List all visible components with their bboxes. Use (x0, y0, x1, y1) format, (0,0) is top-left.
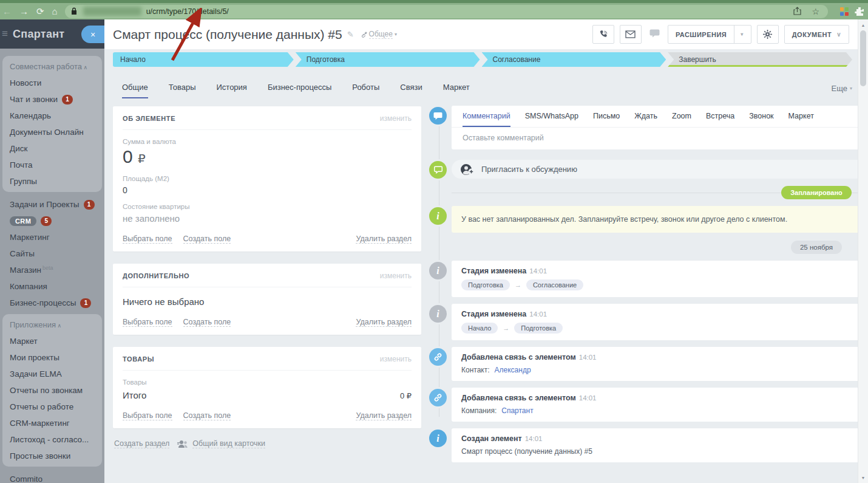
timeline-entry: i Стадия изменена14:01 Подготовка (428, 261, 868, 297)
scroll-up-arrow[interactable]: ▲ (858, 23, 868, 27)
timeline-tab[interactable]: Письмо (593, 112, 620, 127)
tabs-more-button[interactable]: Еще ▾ (832, 84, 852, 98)
share-icon[interactable] (793, 7, 802, 16)
delete-section-link[interactable]: Удалить раздел (356, 235, 412, 244)
delete-section-link[interactable]: Удалить раздел (356, 411, 412, 420)
extensions-button[interactable]: РАСШИРЕНИЯ ▾ (668, 25, 751, 44)
address-bar[interactable]: u/crm/type/170/details/5/ ☆ (65, 5, 828, 18)
sidebar-item[interactable]: Сайты (2, 245, 102, 262)
header-actions: РАСШИРЕНИЯ ▾ ДОКУМЕНТ ∨ (592, 25, 849, 44)
timeline-tab[interactable]: Zoom (672, 112, 691, 127)
sidebar-item[interactable]: Маркет (2, 333, 102, 349)
notification-badge: 1 (80, 298, 91, 308)
sidebar-item[interactable]: Документы Онлайн (2, 124, 102, 140)
sidebar-header: ≡ Спартант × (0, 19, 104, 49)
no-planned-notice: У вас нет запланированных дел. Запланиру… (452, 206, 868, 233)
email-button[interactable] (620, 25, 642, 44)
create-section-link[interactable]: Создать раздел (114, 439, 169, 448)
tab[interactable]: Товары (169, 83, 196, 98)
timeline-tab[interactable]: Ждать (634, 112, 657, 127)
sidebar-item[interactable]: Совместная работа (2, 58, 102, 75)
sidebar-close-button[interactable]: × (81, 26, 104, 43)
entity-link[interactable]: Александр (495, 366, 531, 374)
menu-icon[interactable]: ≡ (2, 28, 8, 40)
sidebar-item[interactable]: Бизнес-процессы 1 (2, 295, 102, 311)
browser-back-icon[interactable]: ← (2, 7, 12, 16)
call-button[interactable] (592, 25, 614, 44)
scope-link[interactable]: Общее ▾ (361, 30, 397, 39)
tab[interactable]: История (216, 83, 246, 98)
create-field-link[interactable]: Создать поле (183, 411, 231, 420)
sidebar-item[interactable]: Приложения (2, 317, 102, 333)
empty-state-text: Ничего не выбрано (123, 296, 412, 307)
select-field-link[interactable]: Выбрать поле (123, 235, 172, 244)
sidebar-item[interactable]: Листоход - согласо... (2, 431, 102, 448)
stage-segment[interactable]: Подготовка (296, 52, 480, 67)
stage-label: Согласование (493, 55, 541, 64)
scrollbar-thumb[interactable] (860, 30, 866, 86)
entry-time: 14:01 (529, 310, 547, 318)
entry-prefix: Контакт: (461, 366, 490, 374)
scroll-down-arrow[interactable]: ▼ (858, 476, 868, 480)
edit-section-link[interactable]: изменить (380, 114, 412, 123)
edit-section-link[interactable]: изменить (380, 272, 412, 280)
timeline-tab[interactable]: SMS/WhatsApp (525, 112, 578, 127)
browser-forward-icon[interactable]: → (19, 7, 29, 16)
entity-link[interactable]: Спартант (501, 406, 533, 415)
select-field-link[interactable]: Выбрать поле (123, 318, 172, 327)
chevron-down-icon: ▾ (850, 86, 852, 91)
tab[interactable]: Роботы (352, 83, 379, 98)
sidebar-item[interactable]: CRM 5 (2, 213, 102, 229)
tab[interactable]: Маркет (443, 83, 470, 98)
select-field-link[interactable]: Выбрать поле (123, 411, 172, 420)
sidebar-item[interactable]: Группы (2, 173, 102, 190)
sidebar-item[interactable]: CRM-маркетинг (2, 415, 102, 431)
browser-reload-icon[interactable]: ⟳ (36, 7, 44, 16)
tab[interactable]: Бизнес-процессы (268, 83, 331, 98)
edit-title-icon[interactable]: ✎ (347, 30, 354, 39)
sidebar-item[interactable]: Почта (2, 157, 102, 173)
timeline-tab[interactable]: Звонок (749, 112, 773, 127)
bookmark-star-icon[interactable]: ☆ (812, 7, 819, 16)
sidebar-item[interactable]: Отчеты о работе (2, 399, 102, 415)
page-scrollbar[interactable]: ▲ ▼ (858, 19, 868, 483)
invite-to-discussion[interactable]: Пригласить к обсуждению (452, 160, 868, 179)
sidebar-item[interactable]: Отчеты по звонкам (2, 382, 102, 399)
apps-grid-icon[interactable] (840, 7, 849, 16)
card-footer-links: Создать раздел Общий вид карточки (113, 439, 421, 448)
sidebar-item[interactable]: Диск (2, 140, 102, 157)
comment-input[interactable]: Оставьте комментарий (452, 127, 868, 149)
card-view-link[interactable]: Общий вид карточки (177, 439, 265, 448)
stage-segment[interactable]: Согласование (482, 52, 666, 67)
sidebar-item[interactable]: Магазин beta (2, 262, 102, 278)
create-field-link[interactable]: Создать поле (183, 318, 231, 327)
document-button[interactable]: ДОКУМЕНТ ∨ (784, 25, 849, 44)
sidebar-item[interactable]: Задачи и Проекты 1 (2, 196, 102, 213)
sidebar-item[interactable]: Мои проекты (2, 349, 102, 366)
delete-section-link[interactable]: Удалить раздел (356, 318, 412, 327)
sidebar-item[interactable]: Компания (2, 278, 102, 295)
sidebar-item[interactable]: Чат и звонки 1 (2, 91, 102, 108)
sidebar-item[interactable]: Простые звонки (2, 448, 102, 464)
settings-button[interactable] (757, 25, 779, 44)
edit-section-link[interactable]: изменить (380, 355, 412, 363)
browser-home-icon[interactable]: ⌂ (52, 7, 58, 16)
sidebar-item-label: Магазин (10, 265, 41, 275)
sidebar-item[interactable]: Задачи ELMA (2, 366, 102, 382)
timeline-tab[interactable]: Маркет (788, 112, 814, 127)
tab[interactable]: Общие (122, 83, 148, 98)
sidebar-item[interactable]: Маркетинг (2, 229, 102, 245)
entry-title: Добавлена связь с элементом14:01 (461, 353, 868, 361)
extensions-label: РАСШИРЕНИЯ (676, 31, 727, 38)
timeline-tab[interactable]: Встреча (706, 112, 734, 127)
sidebar-item[interactable]: Календарь (2, 108, 102, 124)
extensions-puzzle-icon[interactable] (855, 7, 864, 16)
stage-segment[interactable]: Начало (113, 52, 294, 67)
stage-segment[interactable]: Завершить (668, 52, 852, 67)
tab[interactable]: Связи (400, 83, 422, 98)
sidebar-item[interactable]: Commito (2, 471, 102, 483)
sidebar-item[interactable]: Новости (2, 75, 102, 91)
create-field-link[interactable]: Создать поле (183, 235, 231, 244)
timeline-tab[interactable]: Комментарий (463, 112, 510, 127)
chat-icon (649, 29, 660, 41)
